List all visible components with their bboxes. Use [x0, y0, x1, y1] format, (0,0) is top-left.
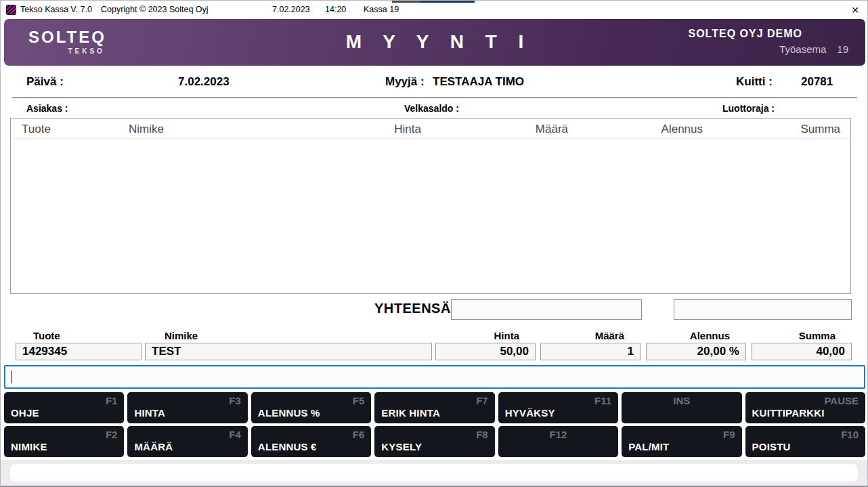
column-header-product: Tuote	[22, 123, 51, 136]
fkey-label: F12	[498, 429, 618, 440]
company-name: SOLTEQ OYJ DEMO	[689, 28, 803, 40]
seller-value: TESTAAJA TIMO	[433, 75, 524, 89]
register-number: Kassa 19	[364, 5, 399, 14]
close-icon[interactable]: ✕	[848, 3, 862, 17]
price-button[interactable]: HINTA F3	[127, 392, 247, 423]
receipt-label: Kuitti :	[736, 75, 773, 89]
name-button[interactable]: NIMIKE F2	[4, 426, 124, 457]
table-header-separator	[12, 138, 850, 139]
entry-discount-cell: Alennus 20,00 %	[646, 330, 746, 360]
accept-button[interactable]: HYVÄKSY F11	[498, 392, 618, 423]
receipt-items-table: Tuote Nimike Hinta Määrä Alennus Summa	[10, 118, 851, 294]
fkey-label: F7	[476, 395, 488, 406]
workstation-value: 19	[837, 43, 848, 55]
entry-price-label: Hinta	[435, 330, 536, 343]
return-exchange-button[interactable]: PAL/MIT F9	[622, 426, 741, 457]
customer-label: Asiakas :	[26, 103, 68, 114]
date-value: 7.02.2023	[178, 75, 230, 89]
entry-quantity-field[interactable]: 1	[540, 343, 641, 360]
date-label: Päivä :	[26, 75, 64, 89]
column-header-sum: Summa	[800, 123, 840, 136]
info-divider	[12, 98, 857, 98]
fkey-label: F11	[594, 395, 611, 406]
workstation-info: Työasema19	[689, 43, 849, 55]
app-header: SOLTEQ TEKSO M Y Y N T I SOLTEQ OYJ DEMO…	[4, 19, 865, 66]
credit-limit-label: Luottoraja :	[722, 103, 775, 114]
receipt-park-button[interactable]: KUITTIPARKKI PAUSE	[745, 392, 865, 423]
titlebar-date: 7.02.2023	[272, 5, 310, 14]
discount-percent-button[interactable]: ALENNUS % F5	[251, 392, 371, 423]
total-amount-field	[451, 299, 642, 320]
query-button[interactable]: KYSELY F8	[374, 426, 494, 457]
fkey-label: F9	[723, 429, 735, 440]
command-input[interactable]	[4, 365, 865, 389]
total-secondary-field	[674, 299, 852, 320]
seller-label: Myyjä :	[385, 75, 425, 89]
entry-price-cell: Hinta 50,00	[435, 330, 536, 360]
entry-sum-label: Summa	[752, 330, 852, 343]
status-bar-area	[1, 460, 867, 486]
fkey-label: F5	[353, 395, 365, 406]
total-label: YHTEENSÄ	[374, 301, 451, 316]
workstation-label: Työasema	[779, 43, 826, 55]
column-header-name: Nimike	[129, 123, 164, 136]
column-header-quantity: Määrä	[536, 123, 568, 136]
text-cursor	[11, 370, 12, 383]
fkey-label: INS	[622, 395, 741, 406]
debt-balance-label: Velkasaldo :	[404, 103, 459, 114]
fkey-label: F6	[353, 429, 365, 440]
status-bar	[10, 464, 858, 482]
fkey-label: PAUSE	[824, 395, 859, 406]
exit-button[interactable]: POISTU F10	[745, 426, 865, 457]
entry-sum-cell: Summa 40,00	[752, 330, 852, 360]
function-key-panel: OHJE F1 HINTA F3 ALENNUS % F5 ERIK HINTA…	[4, 392, 865, 457]
pos-window: Tekso Kassa V. 7.0 Copyright © 2023 Solt…	[0, 0, 868, 487]
fkey-label: F4	[229, 429, 241, 440]
receipt-value: 20781	[801, 75, 833, 89]
entry-name-field[interactable]: TEST	[145, 343, 432, 360]
entry-price-field[interactable]: 50,00	[435, 343, 536, 360]
fkey-label: F1	[106, 395, 118, 406]
background-window-artifact	[420, 1, 475, 3]
entry-quantity-cell: Määrä 1	[540, 330, 641, 360]
column-header-discount: Alennus	[661, 123, 703, 136]
fkey-label: F3	[229, 395, 241, 406]
app-title: Tekso Kassa V. 7.0	[20, 5, 92, 14]
fkey-label: F10	[841, 429, 859, 440]
entry-product-label: Tuote	[16, 330, 142, 343]
entry-product-cell: Tuote 1429345	[16, 330, 142, 360]
entry-quantity-label: Määrä	[540, 330, 641, 343]
insert-button[interactable]: INS	[622, 392, 741, 423]
quantity-button[interactable]: MÄÄRÄ F4	[127, 426, 247, 457]
fkey-label: F2	[106, 429, 118, 440]
entry-product-field[interactable]: 1429345	[16, 343, 142, 360]
entry-discount-field[interactable]: 20,00 %	[646, 343, 746, 360]
f12-button[interactable]: F12	[498, 426, 618, 457]
entry-discount-label: Alennus	[646, 330, 746, 343]
discount-euro-button[interactable]: ALENNUS € F6	[251, 426, 371, 457]
solteq-logo-icon	[6, 5, 16, 15]
titlebar-time: 14:20	[325, 5, 346, 14]
background-window-artifact	[392, 1, 420, 3]
entry-sum-field[interactable]: 40,00	[752, 343, 852, 360]
copyright-text: Copyright © 2023 Solteq Oyj	[101, 5, 209, 14]
column-header-price: Hinta	[394, 123, 421, 136]
entry-name-cell: Nimike TEST	[145, 330, 432, 360]
title-bar: Tekso Kassa V. 7.0 Copyright © 2023 Solt…	[1, 1, 867, 19]
fkey-label: F8	[476, 429, 488, 440]
help-button[interactable]: OHJE F1	[4, 392, 124, 423]
header-right-block: SOLTEQ OYJ DEMO Työasema19	[689, 28, 849, 55]
special-price-button[interactable]: ERIK HINTA F7	[374, 392, 494, 423]
entry-name-label: Nimike	[145, 330, 432, 343]
